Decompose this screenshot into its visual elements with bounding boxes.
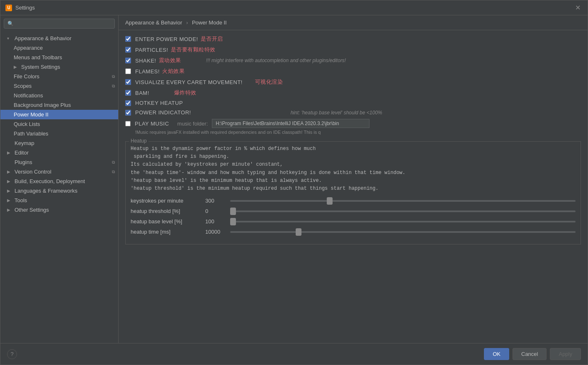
sidebar-item-build-execution[interactable]: ▶ Build, Execution, Deployment <box>0 176 118 186</box>
slider-row-heatup-time: heatup time [ms] 10000 <box>131 229 576 235</box>
sidebar-item-label: Version Control <box>15 169 51 175</box>
sidebar-item-label: Menus and Toolbars <box>14 54 62 60</box>
expand-icon: ▶ <box>7 208 13 212</box>
option-label-flames: FLAMES! <box>135 68 160 75</box>
sidebar-item-path-variables[interactable]: Path Variables <box>0 129 118 138</box>
slider-thumb-heatup-threshold[interactable] <box>230 208 236 215</box>
option-red-label-visualize-caret: 可视化渲染 <box>255 78 283 86</box>
help-button[interactable]: ? <box>7 349 17 359</box>
expand-icon: ▶ <box>7 179 13 184</box>
sidebar-item-appearance[interactable]: Appearance <box>0 43 118 53</box>
option-red-label-shake: 震动效果 <box>159 57 181 64</box>
breadcrumb-part-1: Appearance & Behavior <box>125 19 182 26</box>
option-label-hotkey-heatup: HOTKEY HEATUP <box>135 100 183 106</box>
sidebar-item-label: Tools <box>15 197 27 203</box>
option-red-label-enter-power-mode: 是否开启 <box>201 35 223 43</box>
checkbox-shake[interactable] <box>125 58 131 63</box>
sidebar-item-appearance-behavior[interactable]: ▾ Appearance & Behavior <box>0 34 118 43</box>
checkbox-particles[interactable] <box>125 47 131 53</box>
slider-thumb-heatup-time[interactable] <box>296 228 301 236</box>
close-button[interactable]: ✕ <box>573 3 583 13</box>
cancel-button[interactable]: Cancel <box>513 348 547 360</box>
sidebar-item-other-settings[interactable]: ▶ Other Settings <box>0 205 118 215</box>
slider-value-keystrokes: 300 <box>205 198 230 204</box>
sidebar-item-plugins[interactable]: Plugins ⧉ <box>0 157 118 167</box>
checkbox-power-indicator[interactable] <box>125 110 131 116</box>
sidebar-item-languages-frameworks[interactable]: ▶ Languages & Frameworks <box>0 186 118 196</box>
option-row-shake: SHAKE! 震动效果 !!! might interfere with aut… <box>125 57 581 64</box>
sidebar-item-version-control[interactable]: ▶ Version Control ⧉ <box>0 167 118 176</box>
sidebar-item-editor[interactable]: ▶ Editor <box>0 148 118 157</box>
sidebar-item-scopes[interactable]: Scopes ⧉ <box>0 81 118 91</box>
option-red-label-flames: 火焰效果 <box>162 68 185 75</box>
option-label-bam: BAM! <box>135 90 149 96</box>
checkbox-hotkey-heatup[interactable] <box>125 100 131 106</box>
sidebar-item-label: Languages & Frameworks <box>15 188 78 194</box>
settings-dialog: U Settings ✕ ▾ Appearance & Behavior App… <box>0 0 588 365</box>
sidebar-item-label: Build, Execution, Deployment <box>15 178 85 184</box>
option-row-bam: BAM! 爆炸特效 <box>125 89 581 97</box>
sidebar-item-file-colors[interactable]: File Colors ⧉ <box>0 72 118 81</box>
slider-label-heatup-threshold: heatup threshold [%] <box>131 208 205 214</box>
expand-icon: ▶ <box>14 65 19 69</box>
content-area: ENTER POWER MODE! 是否开启 PARTICLES! 是否要有颗粒… <box>119 30 588 343</box>
sidebar-item-label: Scopes <box>14 83 32 89</box>
main-content: ▾ Appearance & Behavior Appearance Menus… <box>0 15 588 343</box>
footer-left: ? <box>7 349 17 359</box>
slider-label-heatup-time: heatup time [ms] <box>131 229 205 235</box>
option-row-particles: PARTICLES! 是否要有颗粒特效 <box>125 46 581 53</box>
sidebar-item-power-mode-ii[interactable]: Power Mode II <box>0 110 118 119</box>
option-row-play-music: PLAY MUSIC music folder: <box>125 119 581 128</box>
heatup-section: Heatup Heatup is the dynamic power facto… <box>125 141 581 244</box>
slider-track-keystrokes[interactable] <box>230 200 576 202</box>
slider-label-keystrokes: keystrokes per minute <box>131 198 205 204</box>
breadcrumb-part-2: Power Mode II <box>192 19 227 26</box>
slider-value-heatup-threshold: 0 <box>205 208 230 214</box>
option-row-flames: FLAMES! 火焰效果 <box>125 68 581 75</box>
sidebar: ▾ Appearance & Behavior Appearance Menus… <box>0 15 119 343</box>
sidebar-item-menus-toolbars[interactable]: Menus and Toolbars <box>0 53 118 62</box>
badge-icon: ⧉ <box>112 74 115 79</box>
music-warning: !Music requires javaFX installed with re… <box>135 130 581 135</box>
option-row-power-indicator: POWER INDICATOR! hint: 'heatup base leve… <box>125 109 581 116</box>
expand-icon: ▶ <box>7 150 13 155</box>
checkbox-enter-power-mode[interactable] <box>125 36 131 42</box>
slider-track-heatup-base-level[interactable] <box>230 221 576 222</box>
slider-thumb-keystrokes[interactable] <box>327 197 333 205</box>
option-label-play-music: PLAY MUSIC <box>135 121 169 127</box>
slider-row-heatup-threshold: heatup threshold [%] 0 <box>131 208 576 214</box>
title-bar: U Settings ✕ <box>0 0 588 15</box>
sidebar-item-label: File Colors <box>14 73 39 80</box>
apply-button[interactable]: Apply <box>550 348 581 360</box>
heatup-legend: Heatup <box>129 138 148 144</box>
slider-track-heatup-threshold[interactable] <box>230 210 576 212</box>
sidebar-item-label: Plugins <box>15 159 32 165</box>
option-label-particles: PARTICLES! <box>135 47 168 53</box>
checkbox-visualize-caret[interactable] <box>125 79 131 85</box>
ok-button[interactable]: OK <box>484 348 509 360</box>
sidebar-item-keymap[interactable]: Keymap <box>0 138 118 148</box>
slider-track-heatup-time[interactable] <box>230 231 576 233</box>
option-label-power-indicator: POWER INDICATOR! <box>135 109 191 116</box>
sidebar-item-label: Notifications <box>14 92 43 99</box>
sidebar-item-notifications[interactable]: Notifications <box>0 91 118 100</box>
right-panel: Appearance & Behavior › Power Mode II EN… <box>119 15 588 343</box>
sidebar-item-label: Quick Lists <box>14 121 40 127</box>
checkbox-play-music[interactable] <box>125 121 131 126</box>
sidebar-item-label: System Settings <box>21 64 60 70</box>
slider-row-keystrokes: keystrokes per minute 300 <box>131 198 576 204</box>
checkbox-bam[interactable] <box>125 90 131 96</box>
sidebar-item-background-image-plus[interactable]: Background Image Plus <box>0 100 118 110</box>
sidebar-item-tools[interactable]: ▶ Tools <box>0 196 118 205</box>
checkbox-flames[interactable] <box>125 68 131 74</box>
sidebar-item-quick-lists[interactable]: Quick Lists <box>0 119 118 129</box>
badge-icon: ⧉ <box>112 169 115 174</box>
expand-icon: ▾ <box>7 36 13 41</box>
sidebar-item-system-settings[interactable]: ▶ System Settings <box>0 62 118 72</box>
sidebar-item-label: Power Mode II <box>14 111 49 118</box>
app-icon: U <box>5 5 12 11</box>
search-input[interactable] <box>4 19 115 29</box>
slider-value-heatup-base-level: 100 <box>205 218 230 225</box>
music-folder-input[interactable] <box>212 119 369 128</box>
slider-thumb-heatup-base-level[interactable] <box>230 218 236 225</box>
